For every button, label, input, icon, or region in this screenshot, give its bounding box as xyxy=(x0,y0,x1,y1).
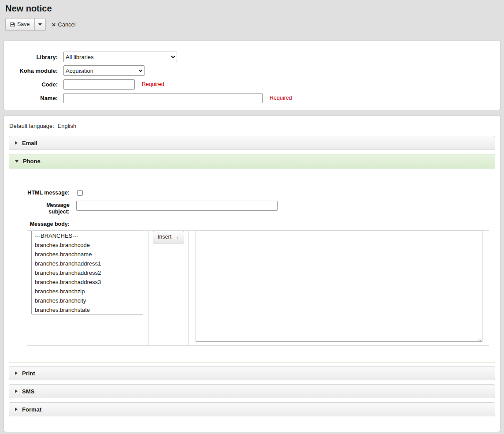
caret-right-icon xyxy=(15,141,18,145)
page-title: New notice xyxy=(5,4,504,14)
letter-content-panel: Default language: English Email Phone HT… xyxy=(4,116,500,432)
close-icon: × xyxy=(52,21,56,28)
code-required-text: Required xyxy=(142,81,164,87)
code-row: Code: Required xyxy=(4,79,500,90)
default-language-value: English xyxy=(58,123,77,129)
new-notice-page: New notice Save × Cancel Library: All li… xyxy=(0,0,504,434)
save-dropdown-toggle[interactable] xyxy=(34,18,46,31)
message-subject-input[interactable] xyxy=(76,201,278,211)
library-row: Library: All libraries xyxy=(4,52,500,62)
arrow-right-icon: → xyxy=(174,234,179,240)
editor-cell xyxy=(189,231,489,345)
save-button-group: Save xyxy=(5,18,46,31)
toolbar: Save × Cancel xyxy=(5,18,504,31)
section-header-sms[interactable]: SMS xyxy=(9,384,495,398)
save-icon xyxy=(10,22,15,27)
html-message-checkbox[interactable] xyxy=(77,190,83,196)
caret-right-icon xyxy=(15,371,18,375)
save-button-label: Save xyxy=(17,21,30,28)
caret-down-icon xyxy=(38,23,42,26)
section-header-email[interactable]: Email xyxy=(9,136,495,150)
message-body-label-row: Message body: xyxy=(27,220,489,228)
code-input[interactable] xyxy=(63,79,135,90)
message-subject-row: Message subject: xyxy=(27,201,489,215)
section-header-print[interactable]: Print xyxy=(9,366,495,380)
cancel-label: Cancel xyxy=(58,21,75,28)
section-header-phone[interactable]: Phone xyxy=(9,154,495,168)
default-language-label: Default language: xyxy=(9,123,54,129)
message-body-textarea[interactable] xyxy=(196,231,482,342)
save-button[interactable]: Save xyxy=(5,18,34,31)
message-body-label: Message body: xyxy=(27,220,70,228)
koha-module-select[interactable]: Acquisition xyxy=(63,65,145,76)
caret-right-icon xyxy=(15,408,18,411)
insert-cell: Insert → xyxy=(149,231,189,345)
field-listbox[interactable]: ---BRANCHES---branches.branchcodebranche… xyxy=(31,231,143,314)
section-title-format: Format xyxy=(22,406,41,413)
message-body-editor: ---BRANCHES---branches.branchcodebranche… xyxy=(27,230,489,346)
default-language-bar: Default language: English xyxy=(9,123,495,129)
caret-right-icon xyxy=(15,389,18,393)
notice-details-panel: Library: All libraries Koha module: Acqu… xyxy=(4,41,500,110)
html-message-label: HTML message: xyxy=(27,188,70,196)
section-title-print: Print xyxy=(22,370,35,377)
html-message-row: HTML message: xyxy=(27,188,489,196)
name-required-text: Required xyxy=(270,95,292,101)
library-select[interactable]: All libraries xyxy=(63,52,177,62)
caret-down-icon xyxy=(15,160,19,163)
cancel-button[interactable]: × Cancel xyxy=(52,21,76,28)
koha-module-label: Koha module: xyxy=(4,67,58,74)
section-header-format[interactable]: Format xyxy=(9,402,495,416)
code-label: Code: xyxy=(4,81,58,88)
section-title-sms: SMS xyxy=(22,388,34,395)
phone-section-body: HTML message: Message subject: Message b… xyxy=(9,168,495,363)
message-subject-label: Message subject: xyxy=(27,201,70,215)
library-label: Library: xyxy=(4,54,58,60)
section-phone: Phone HTML message: Message subject: Mes… xyxy=(9,154,495,363)
insert-button[interactable]: Insert → xyxy=(153,231,184,243)
section-title-email: Email xyxy=(22,140,37,146)
name-row: Name: Required xyxy=(4,93,500,103)
name-label: Name: xyxy=(4,95,58,101)
insert-button-label: Insert xyxy=(158,234,171,240)
koha-module-row: Koha module: Acquisition xyxy=(4,65,500,76)
field-list-cell: ---BRANCHES---branches.branchcodebranche… xyxy=(27,231,149,345)
section-title-phone: Phone xyxy=(23,158,41,165)
name-input[interactable] xyxy=(63,93,263,103)
